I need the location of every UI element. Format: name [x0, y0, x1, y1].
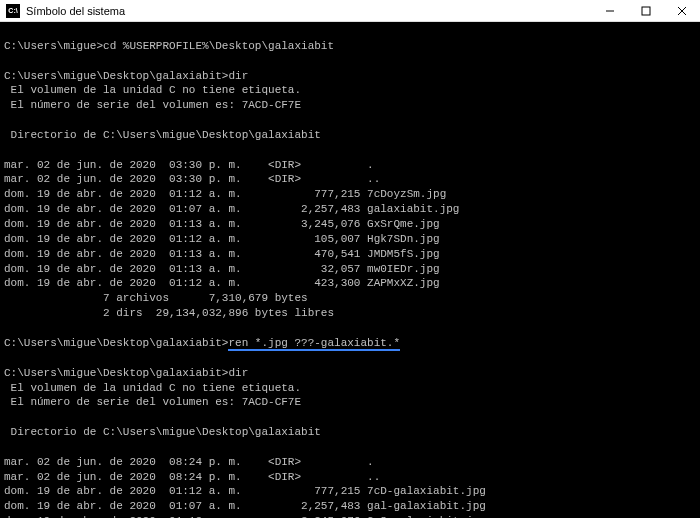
- dir-row: dom. 19 de abr. de 2020 01:07 a. m. 2,25…: [4, 500, 486, 512]
- dir-row: mar. 02 de jun. de 2020 03:30 p. m. <DIR…: [4, 173, 380, 185]
- dirof-line: Directorio de C:\Users\migue\Desktop\gal…: [4, 129, 321, 141]
- dir-row: dom. 19 de abr. de 2020 01:12 a. m. 423,…: [4, 277, 440, 289]
- ren-command-highlighted: ren *.jpg ???-galaxiabit.*: [228, 337, 400, 351]
- prompt: C:\Users\migue\Desktop\galaxiabit>: [4, 337, 228, 349]
- dir-row: dom. 19 de abr. de 2020 01:13 a. m. 470,…: [4, 248, 440, 260]
- command: dir: [228, 70, 248, 82]
- terminal-output[interactable]: C:\Users\migue>cd %USERPROFILE%\Desktop\…: [0, 22, 700, 518]
- volume-line: El volumen de la unidad C no tiene etiqu…: [4, 84, 301, 96]
- command: cd %USERPROFILE%\Desktop\galaxiabit: [103, 40, 334, 52]
- dir-row: dom. 19 de abr. de 2020 01:12 a. m. 777,…: [4, 485, 486, 497]
- serial-line: El número de serie del volumen es: 7ACD-…: [4, 396, 301, 408]
- dir-row: mar. 02 de jun. de 2020 08:24 p. m. <DIR…: [4, 471, 380, 483]
- window-title: Símbolo del sistema: [26, 5, 592, 17]
- dirof-line: Directorio de C:\Users\migue\Desktop\gal…: [4, 426, 321, 438]
- dir-row: dom. 19 de abr. de 2020 01:07 a. m. 2,25…: [4, 203, 459, 215]
- prompt: C:\Users\migue\Desktop\galaxiabit>: [4, 367, 228, 379]
- dir-row: mar. 02 de jun. de 2020 08:24 p. m. <DIR…: [4, 456, 374, 468]
- dir-row: dom. 19 de abr. de 2020 01:12 a. m. 105,…: [4, 233, 440, 245]
- volume-line: El volumen de la unidad C no tiene etiqu…: [4, 382, 301, 394]
- prompt: C:\Users\migue\Desktop\galaxiabit>: [4, 70, 228, 82]
- window-buttons: [592, 0, 700, 21]
- dir-row: dom. 19 de abr. de 2020 01:13 a. m. 32,0…: [4, 263, 440, 275]
- svg-rect-1: [642, 7, 650, 15]
- minimize-button[interactable]: [592, 0, 628, 21]
- summary-dirs: 2 dirs 29,134,032,896 bytes libres: [4, 307, 334, 319]
- command: dir: [228, 367, 248, 379]
- summary-files: 7 archivos 7,310,679 bytes: [4, 292, 308, 304]
- maximize-button[interactable]: [628, 0, 664, 21]
- dir-row: dom. 19 de abr. de 2020 01:13 a. m. 3,24…: [4, 218, 440, 230]
- window-titlebar: C:\ Símbolo del sistema: [0, 0, 700, 22]
- close-button[interactable]: [664, 0, 700, 21]
- serial-line: El número de serie del volumen es: 7ACD-…: [4, 99, 301, 111]
- cmd-icon: C:\: [6, 4, 20, 18]
- prompt: C:\Users\migue>: [4, 40, 103, 52]
- dir-row: dom. 19 de abr. de 2020 01:12 a. m. 777,…: [4, 188, 446, 200]
- dir-row: mar. 02 de jun. de 2020 03:30 p. m. <DIR…: [4, 159, 374, 171]
